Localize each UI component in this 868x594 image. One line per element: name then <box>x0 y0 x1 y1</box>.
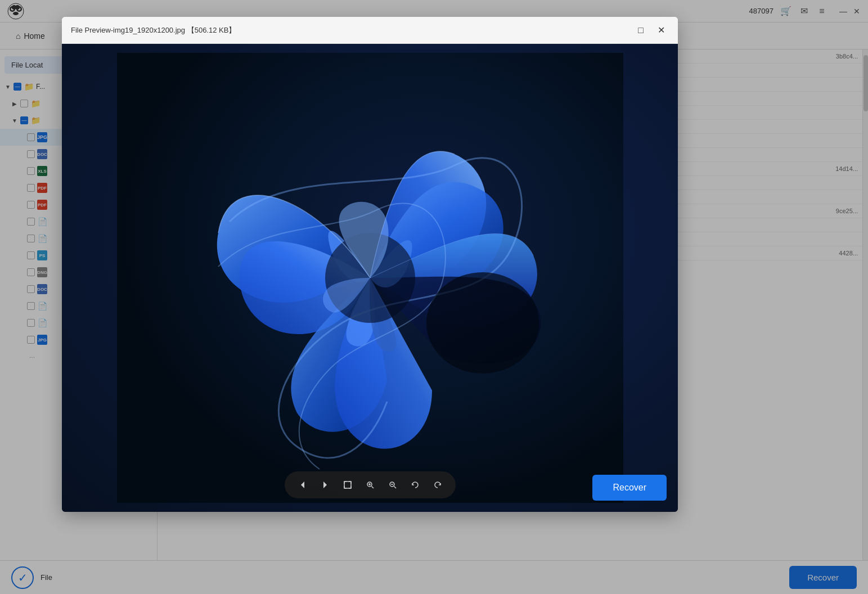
preview-overlay: File Preview-img19_1920x1200.jpg 【506.12… <box>0 0 868 594</box>
svg-point-10 <box>426 272 539 374</box>
preview-close-button[interactable]: ✕ <box>653 22 669 38</box>
svg-marker-11 <box>301 482 304 488</box>
wallpaper-svg <box>117 53 623 503</box>
preview-image-area: Recover <box>62 44 678 512</box>
svg-rect-13 <box>344 482 351 488</box>
rotate-right-button[interactable] <box>429 476 447 494</box>
svg-marker-12 <box>323 482 327 488</box>
zoom-out-button[interactable] <box>384 476 402 494</box>
prev-button[interactable] <box>294 476 312 494</box>
preview-toolbar <box>285 471 456 498</box>
preview-image <box>62 44 678 512</box>
zoom-in-button[interactable] <box>361 476 379 494</box>
rotate-left-button[interactable] <box>406 476 424 494</box>
preview-maximize-button[interactable]: □ <box>633 22 649 38</box>
preview-recover-button[interactable]: Recover <box>592 475 667 501</box>
preview-controls: □ ✕ <box>633 22 669 38</box>
preview-window: File Preview-img19_1920x1200.jpg 【506.12… <box>62 17 678 512</box>
preview-title: File Preview-img19_1920x1200.jpg 【506.12… <box>71 25 236 35</box>
fullscreen-button[interactable] <box>339 476 357 494</box>
svg-line-19 <box>394 487 396 489</box>
svg-line-15 <box>371 487 374 489</box>
preview-title-bar: File Preview-img19_1920x1200.jpg 【506.12… <box>62 17 678 44</box>
next-button[interactable] <box>316 476 334 494</box>
